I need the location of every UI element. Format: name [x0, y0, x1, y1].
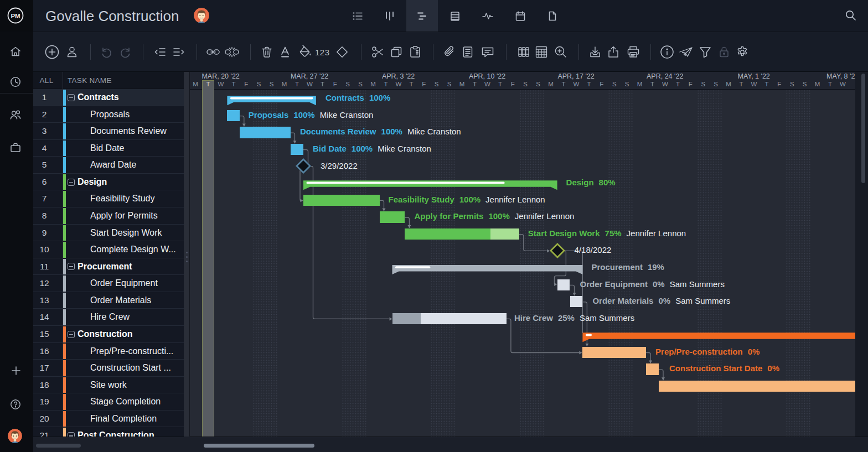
svg-text:PM: PM — [11, 13, 20, 19]
